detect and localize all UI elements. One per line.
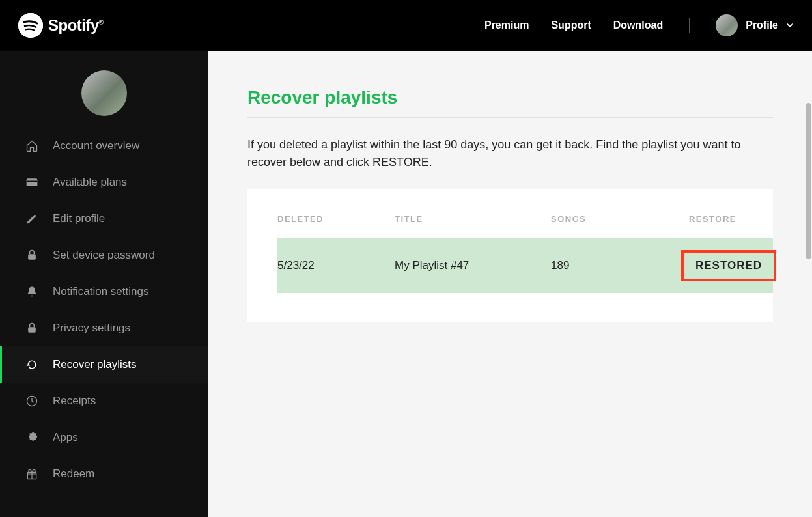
nav-divider xyxy=(689,18,690,33)
sidebar-item-label: Recover playlists xyxy=(53,359,137,371)
nav-profile-menu[interactable]: Profile xyxy=(716,14,794,36)
brand[interactable]: Spotify® xyxy=(18,13,104,38)
refresh-icon xyxy=(25,358,38,371)
restore-button[interactable]: RESTORED xyxy=(681,250,776,281)
cell-title: My Playlist #47 xyxy=(395,259,551,272)
scrollbar-thumb[interactable] xyxy=(806,103,811,259)
avatar-icon xyxy=(716,14,738,36)
nav-link-download[interactable]: Download xyxy=(613,20,663,31)
puzzle-icon xyxy=(25,431,38,444)
cell-deleted: 5/23/22 xyxy=(277,259,395,272)
sidebar-item-edit-profile[interactable]: Edit profile xyxy=(0,201,208,237)
sidebar-item-label: Account overview xyxy=(53,140,139,152)
col-header-restore: RESTORE xyxy=(681,214,773,224)
page-title: Recover playlists xyxy=(247,87,773,118)
clock-icon xyxy=(25,395,38,408)
spotify-logo-icon xyxy=(18,13,43,38)
pencil-icon xyxy=(25,212,38,225)
sidebar-item-label: Receipts xyxy=(53,395,96,408)
top-nav: Spotify® Premium Support Download Profil… xyxy=(0,0,812,51)
sidebar-item-receipts[interactable]: Receipts xyxy=(0,383,208,419)
sidebar-item-redeem[interactable]: Redeem xyxy=(0,456,208,492)
main-content: Recover playlists If you deleted a playl… xyxy=(208,51,812,517)
sidebar-item-privacy-settings[interactable]: Privacy settings xyxy=(0,310,208,346)
sidebar-item-label: Redeem xyxy=(53,468,94,481)
nav-links: Premium Support Download Profile xyxy=(484,14,794,36)
sidebar-item-label: Available plans xyxy=(53,176,127,189)
gift-icon xyxy=(25,468,38,481)
col-header-deleted: DELETED xyxy=(277,214,395,224)
sidebar-item-notification-settings[interactable]: Notification settings xyxy=(0,273,208,310)
sidebar-item-available-plans[interactable]: Available plans xyxy=(0,164,208,201)
sidebar-item-apps[interactable]: Apps xyxy=(0,419,208,456)
cell-songs: 189 xyxy=(551,259,681,272)
sidebar-avatar[interactable] xyxy=(81,70,127,116)
sidebar-item-label: Apps xyxy=(53,432,78,444)
sidebar-item-account-overview[interactable]: Account overview xyxy=(0,128,208,164)
sidebar-item-label: Edit profile xyxy=(53,213,105,225)
sidebar-item-label: Set device password xyxy=(53,249,155,262)
col-header-title: TITLE xyxy=(395,214,551,224)
sidebar: Account overview Available plans Edit pr… xyxy=(0,51,208,517)
nav-link-premium[interactable]: Premium xyxy=(484,20,529,31)
bell-icon xyxy=(25,285,38,298)
col-header-songs: SONGS xyxy=(551,214,681,224)
home-icon xyxy=(25,139,38,152)
lock-icon xyxy=(25,322,38,335)
page-description: If you deleted a playlist within the las… xyxy=(247,136,773,171)
nav-link-support[interactable]: Support xyxy=(551,20,591,31)
lock-icon xyxy=(25,249,38,262)
svg-rect-4 xyxy=(28,327,36,332)
card-icon xyxy=(25,176,38,189)
shell: Account overview Available plans Edit pr… xyxy=(0,51,812,517)
svg-rect-2 xyxy=(27,181,38,183)
sidebar-item-label: Notification settings xyxy=(53,286,148,298)
sidebar-item-set-device-password[interactable]: Set device password xyxy=(0,237,208,273)
brand-name: Spotify® xyxy=(48,16,104,35)
svg-rect-3 xyxy=(28,254,36,259)
table-header-row: DELETED TITLE SONGS RESTORE xyxy=(277,208,773,238)
table-row: 5/23/22 My Playlist #47 189 RESTORED xyxy=(277,238,773,293)
playlist-recovery-table: DELETED TITLE SONGS RESTORE 5/23/22 My P… xyxy=(247,189,773,322)
sidebar-item-recover-playlists[interactable]: Recover playlists xyxy=(0,346,208,383)
nav-profile-label: Profile xyxy=(746,20,778,31)
chevron-down-icon xyxy=(786,21,794,29)
sidebar-item-label: Privacy settings xyxy=(53,322,130,335)
